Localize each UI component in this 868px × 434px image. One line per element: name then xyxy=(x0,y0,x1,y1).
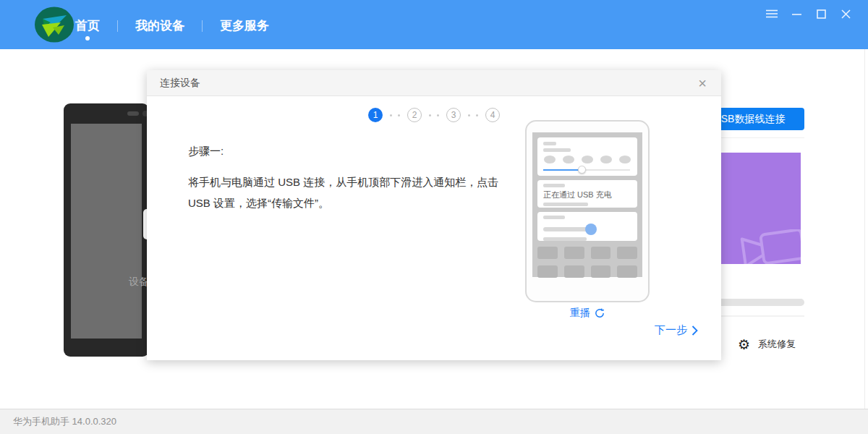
step-3: 3 xyxy=(446,108,461,122)
scrollbar-track[interactable] xyxy=(864,49,865,409)
dialog-header: 连接设备 × xyxy=(147,70,721,96)
statusbar: 华为手机助手 14.0.0.320 xyxy=(0,409,868,434)
hisuite-logo-icon xyxy=(33,5,75,44)
next-step-button[interactable]: 下一步 xyxy=(655,323,698,337)
replay-icon xyxy=(595,308,605,318)
window-controls xyxy=(760,4,858,23)
close-window-icon[interactable] xyxy=(833,4,858,23)
app-version-text: 华为手机助手 14.0.0.320 xyxy=(13,415,116,428)
next-step-label: 下一步 xyxy=(655,323,687,337)
tap-option-card xyxy=(537,212,637,241)
system-repair-button[interactable]: ⚙ 系统修复 xyxy=(738,337,796,352)
notification-panel-card xyxy=(537,137,637,176)
maximize-icon[interactable] xyxy=(809,4,833,23)
step-instructions: 将手机与电脑通过 USB 连接，从手机顶部下滑进入通知栏，点击 USB 设置，选… xyxy=(188,171,501,213)
active-tab-dot xyxy=(85,36,90,41)
menu-icon[interactable] xyxy=(760,4,784,23)
system-repair-label: 系统修复 xyxy=(758,338,796,351)
divider xyxy=(712,137,804,138)
nav-more-services[interactable]: 更多服务 xyxy=(220,17,269,34)
phone-screen: 设备未连接 xyxy=(71,124,142,339)
minimize-icon[interactable] xyxy=(784,4,809,23)
titlebar: 首页 我的设备 更多服务 xyxy=(0,0,868,49)
video-camera-icon xyxy=(738,229,801,264)
replay-button[interactable]: 重播 xyxy=(525,307,650,320)
nav-home[interactable]: 首页 xyxy=(75,17,100,34)
tap-cursor-dot xyxy=(585,224,597,235)
brightness-slider xyxy=(543,169,630,171)
step-2: 2 xyxy=(407,108,422,122)
nav-separator xyxy=(117,20,118,32)
app-grid xyxy=(537,247,637,278)
step-1: 1 xyxy=(368,108,383,122)
chevron-right-icon xyxy=(692,326,698,336)
main-nav: 首页 我的设备 更多服务 xyxy=(75,17,269,34)
phone-speaker xyxy=(127,111,139,116)
nav-my-devices[interactable]: 我的设备 xyxy=(135,17,184,34)
nav-more-services-label: 更多服务 xyxy=(220,19,269,33)
phone-demo-screen: 正在通过 USB 充电 xyxy=(532,132,642,277)
dialog-close-icon[interactable]: × xyxy=(692,73,712,93)
divider xyxy=(712,315,804,317)
nav-home-label: 首页 xyxy=(75,19,100,33)
replay-label: 重播 xyxy=(570,307,590,320)
nav-separator xyxy=(202,20,203,32)
nav-my-devices-label: 我的设备 xyxy=(135,19,184,33)
step-title: 步骤一: xyxy=(188,145,224,158)
step-4: 4 xyxy=(485,108,500,122)
dialog-title: 连接设备 xyxy=(160,77,200,90)
usb-charging-text: 正在通过 USB 充电 xyxy=(543,190,631,200)
usb-notification-card: 正在通过 USB 充电 xyxy=(537,180,637,208)
usb-connect-button-label: USB数据线连接 xyxy=(714,113,786,126)
placeholder-bar xyxy=(709,299,804,306)
connect-device-dialog: 连接设备 × 1 2 3 4 步骤一: 将手机与电脑通过 USB 连接，从手机顶… xyxy=(147,70,721,360)
promo-banner[interactable] xyxy=(709,153,801,264)
phone-demo-illustration: 正在通过 USB 充电 xyxy=(525,120,650,302)
hisuite-window: 首页 我的设备 更多服务 xyxy=(0,0,868,434)
device-phone-graphic: 设备未连接 xyxy=(64,103,149,357)
gear-icon: ⚙ xyxy=(738,337,750,352)
